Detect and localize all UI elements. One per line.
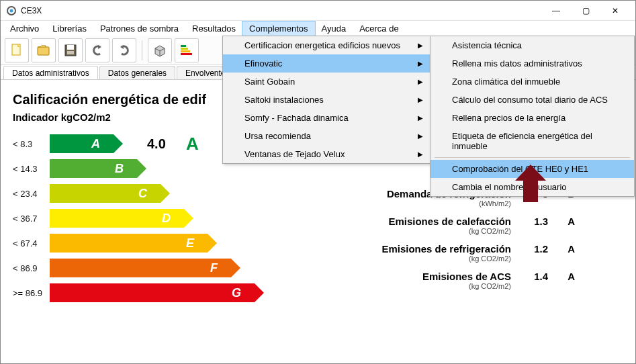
dropdown-item-saltoki[interactable]: Saltoki instalaciones▶ — [223, 91, 430, 109]
threshold-e: < 67.4 — [13, 238, 50, 248]
menu-ayuda[interactable]: Ayuda — [315, 21, 353, 36]
open-folder-icon — [36, 43, 51, 58]
tab-datos-generales[interactable]: Datos generales — [99, 66, 175, 79]
submenu-zona-climatica[interactable]: Zona climática del inmueble — [430, 73, 634, 91]
svg-rect-9 — [181, 50, 190, 52]
menubar: Archivo Librerías Patrones de sombra Res… — [1, 21, 635, 36]
energy-label-icon — [179, 43, 194, 58]
minimize-button[interactable]: — — [541, 1, 571, 21]
bar-d-label: D — [162, 212, 171, 226]
dropdown-item-label: Certificacion energetica edificios nuevo… — [244, 40, 400, 50]
energy-label-button[interactable] — [175, 38, 199, 62]
save-icon — [63, 43, 78, 58]
open-folder-button[interactable] — [32, 38, 56, 62]
submenu-etiqueta[interactable]: Etiqueta de eficiencia energética del in… — [430, 127, 634, 155]
dropdown-item-label: Ventanas de Tejado Velux — [244, 149, 345, 159]
metric-name: Emisiones de ACS — [422, 271, 511, 282]
save-button[interactable] — [58, 38, 83, 62]
new-file-icon — [9, 43, 24, 58]
threshold-c: < 23.4 — [13, 189, 50, 199]
pointer-value: 4.0 — [147, 136, 166, 152]
svg-rect-7 — [181, 45, 186, 47]
metric-unit: (kg CO2/m2) — [336, 227, 511, 235]
box-button[interactable] — [148, 38, 172, 62]
dropdown-item-label: Ursa recomienda — [244, 131, 311, 141]
bar-b: B — [50, 159, 137, 178]
bar-g-label: G — [232, 286, 241, 300]
bar-d: D — [50, 209, 184, 228]
dropdown-item-label: Somfy - Fachada dinamica — [244, 113, 349, 123]
metric-unit: (kWh/m2) — [336, 199, 511, 208]
dropdown-item-label: Cambia el nombre de usuario — [452, 182, 567, 192]
chevron-right-icon: ▶ — [418, 132, 423, 140]
dropdown-item-somfy[interactable]: Somfy - Fachada dinamica▶ — [223, 109, 430, 127]
bar-g: G — [50, 283, 255, 302]
bar-f-label: F — [210, 261, 218, 275]
submenu-asistencia[interactable]: Asistencia técnica — [430, 36, 634, 54]
metric-value: 1.2 — [511, 243, 548, 255]
dropdown-item-ursa[interactable]: Ursa recomienda▶ — [223, 127, 430, 145]
menu-acerca[interactable]: Acerca de — [353, 21, 406, 36]
box-icon — [152, 43, 167, 58]
bar-e: E — [50, 234, 208, 253]
bar-a-label: A — [91, 137, 100, 151]
close-button[interactable]: ✕ — [600, 1, 630, 21]
toolbar-separator — [142, 40, 142, 60]
threshold-a: < 8.3 — [13, 139, 50, 149]
undo-icon — [90, 43, 105, 58]
metric-unit: (kg CO2/m2) — [336, 255, 511, 263]
dropdown-item-label: Zona climática del inmueble — [452, 77, 560, 87]
threshold-g: >= 86.9 — [13, 288, 50, 298]
chevron-right-icon: ▶ — [418, 150, 423, 158]
dropdown-item-label: Asistencia técnica — [452, 40, 522, 50]
dropdown-item-label: Etiqueta de eficiencia energética del in… — [452, 131, 615, 151]
dropdown-item-certificacion[interactable]: Certificacion energetica edificios nuevo… — [223, 36, 430, 54]
menu-patrones[interactable]: Patrones de sombra — [93, 21, 185, 36]
bar-c-label: C — [138, 187, 147, 201]
metric-letter: A — [548, 271, 575, 282]
dropdown-item-efinovatic[interactable]: Efinovatic▶ — [223, 54, 430, 73]
metric-value: 1.4 — [511, 271, 548, 282]
threshold-f: < 86.9 — [13, 263, 50, 273]
submenu-rellena-precios[interactable]: Rellena precios de la energía — [430, 109, 634, 127]
menu-complementos[interactable]: Complementos — [242, 21, 314, 36]
metric-row: Emisiones de ACS(kg CO2/m2)1.4A — [336, 271, 605, 290]
dropdown-item-label: Cálculo del consumo total diario de ACS — [452, 95, 608, 105]
metric-name: Emisiones de calefacción — [388, 216, 511, 227]
chevron-right-icon: ▶ — [418, 60, 423, 67]
metric-name: Emisiones de refrigeración — [381, 243, 511, 255]
tab-datos-administrativos[interactable]: Datos administrativos — [3, 66, 98, 79]
maximize-button[interactable]: ▢ — [571, 1, 600, 21]
metric-row: Emisiones de refrigeración(kg CO2/m2)1.2… — [336, 243, 605, 263]
menu-resultados[interactable]: Resultados — [185, 21, 242, 36]
chevron-right-icon: ▶ — [418, 78, 423, 85]
svg-rect-8 — [181, 48, 188, 50]
new-file-button[interactable] — [5, 38, 29, 62]
svg-rect-10 — [181, 53, 192, 55]
submenu-calculo-acs[interactable]: Cálculo del consumo total diario de ACS — [430, 91, 634, 109]
red-arrow-annotation — [515, 165, 546, 202]
dropdown-separator — [435, 157, 630, 158]
redo-icon — [117, 43, 132, 58]
menu-archivo[interactable]: Archivo — [3, 21, 46, 36]
submenu-rellena-datos[interactable]: Rellena mis datos administrativos — [430, 54, 634, 73]
metric-letter: A — [548, 243, 575, 255]
svg-rect-5 — [67, 45, 74, 50]
complementos-dropdown: Certificacion energetica edificios nuevo… — [222, 36, 430, 164]
menu-librerias[interactable]: Librerías — [46, 21, 93, 36]
redo-button[interactable] — [112, 38, 136, 62]
metric-unit: (kg CO2/m2) — [336, 282, 511, 290]
threshold-b: < 14.3 — [13, 164, 50, 174]
chevron-right-icon: ▶ — [418, 114, 423, 122]
dropdown-item-velux[interactable]: Ventanas de Tejado Velux▶ — [223, 145, 430, 163]
dropdown-item-saint-gobain[interactable]: Saint Gobain▶ — [223, 73, 430, 91]
bar-e-label: E — [186, 236, 194, 251]
undo-button[interactable] — [85, 38, 109, 62]
dropdown-item-label: Rellena precios de la energía — [452, 113, 565, 123]
metric-row: Emisiones de calefacción(kg CO2/m2)1.3A — [336, 216, 605, 235]
dropdown-item-label: Saltoki instalaciones — [244, 95, 324, 105]
svg-point-1 — [10, 9, 13, 12]
svg-rect-3 — [38, 47, 49, 55]
metric-value: 1.3 — [511, 216, 548, 227]
dropdown-item-label: Rellena mis datos administrativos — [452, 58, 582, 69]
